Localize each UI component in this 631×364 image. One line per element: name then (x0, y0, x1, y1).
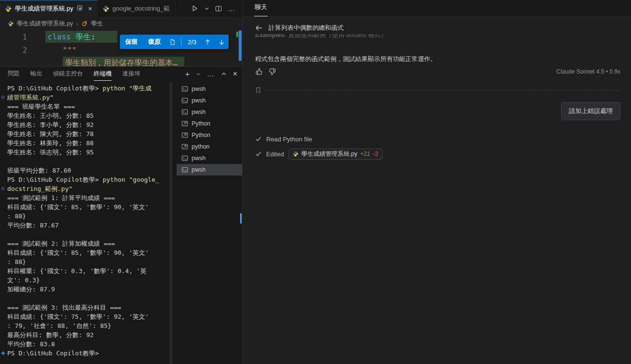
back-button[interactable] (255, 24, 263, 32)
new-terminal-button[interactable]: + (185, 70, 190, 78)
close-tab-icon[interactable]: × (88, 5, 92, 13)
terminal-session-label: pwsh (192, 109, 206, 115)
model-label: Claude Sonnet 4.5 • 0.9x (556, 68, 620, 75)
inline-diff-toolbar: 保留 復原 2/3 (120, 35, 229, 49)
pwsh-terminal-icon (181, 97, 188, 104)
chat-title-bar: 聊天 (243, 0, 631, 17)
tab-label: 學生成績管理系統.py (15, 4, 73, 13)
deletions-count: -2 (373, 151, 378, 157)
terminal-line: 加權總分: 87.9 (0, 285, 169, 294)
thumbs-down-icon[interactable] (269, 68, 276, 75)
previous-change-button[interactable] (201, 35, 215, 49)
python-file-icon (293, 151, 298, 157)
run-python-button[interactable] (191, 5, 198, 12)
command-decoration-icon[interactable] (1, 96, 4, 99)
edited-file-chip[interactable]: 學生成績管理系統.py +21 -2 (288, 149, 383, 160)
tab-label: google_docstring_範 (113, 4, 170, 13)
terminal-line: 最高分科目: 數學, 分數: 92 (0, 330, 169, 339)
tab-chat[interactable]: 聊天 (254, 3, 268, 16)
edited-file-name: 學生成績管理系統.py (301, 150, 358, 158)
terminal-session-pwsh[interactable]: pwsh (177, 83, 242, 95)
tab-problems[interactable]: 問題 (8, 67, 20, 81)
python-file-icon (103, 5, 109, 12)
terminal-line: 績管理系統.py" (0, 93, 169, 102)
breadcrumb-symbol[interactable]: 學生 (91, 20, 103, 28)
keep-change-button[interactable]: 保留 (120, 35, 143, 49)
split-editor-icon[interactable] (215, 5, 222, 12)
terminal-session-label: Python (192, 132, 210, 138)
step-label: Read Python file (266, 136, 312, 143)
editor-more-actions-icon[interactable]: … (228, 4, 235, 13)
diff-added-mark (236, 32, 238, 37)
step-read-file: Read Python file (255, 136, 620, 143)
terminal-session-pwsh[interactable]: pwsh (177, 106, 242, 118)
agent-steps: Read Python file Edited 學生成績管理系統.py +21 … (255, 136, 620, 160)
command-decoration-icon[interactable] (0, 351, 6, 356)
check-icon (255, 151, 262, 157)
fragment-bold: Examples: (255, 34, 286, 38)
breadcrumb[interactable]: 學生成績管理系統.py › 學生 (0, 17, 242, 30)
terminal-session-Python[interactable]: Python (177, 129, 242, 141)
terminal-session-label: pwsh (192, 86, 206, 92)
terminal-line (0, 230, 169, 239)
terminal-line: : 79, '社會': 88, '自然': 85} (0, 321, 169, 330)
change-counter: 2/3 (183, 38, 201, 46)
tab-student-grade-file[interactable]: 學生成績管理系統.py × (0, 0, 98, 17)
open-changes-icon[interactable] (77, 5, 83, 13)
pwsh-terminal-icon (181, 166, 188, 173)
breadcrumb-separator: › (77, 20, 78, 27)
suggestion-button[interactable]: 請加上錯誤處理 (561, 102, 620, 120)
terminal-list-scrollbar[interactable] (240, 213, 242, 224)
terminal-line: : 88} (0, 257, 169, 266)
terminal-line: 學生姓名: 張志明, 分數: 95 (0, 148, 169, 157)
tab-debug-console[interactable]: 偵錯主控台 (53, 67, 83, 81)
undo-change-button[interactable]: 復原 (143, 35, 166, 49)
editor-tab-bar: 學生成績管理系統.py × google_docstring_範 (0, 0, 242, 17)
keyword-class: class (48, 32, 71, 41)
terminal-line: 學生姓名: 王小明, 分數: 85 (0, 111, 169, 120)
terminal-session-Python[interactable]: Python (177, 118, 242, 129)
run-dropdown-icon[interactable] (204, 6, 209, 11)
python-file-icon (8, 21, 13, 26)
terminal-line (0, 294, 169, 303)
terminal-line: === 班級學生名單 === (0, 102, 169, 111)
thumbs-up-icon[interactable] (255, 68, 263, 75)
breadcrumb-file[interactable]: 學生成績管理系統.py (17, 20, 73, 28)
terminal-session-python[interactable]: python (177, 141, 242, 152)
class-symbol-icon (82, 21, 88, 26)
next-change-button[interactable] (215, 35, 229, 49)
scrollbar-thumb[interactable] (239, 30, 242, 61)
python-terminal-icon (181, 143, 188, 150)
terminal-session-pwsh[interactable]: pwsh (177, 164, 242, 176)
terminal-session-label: pwsh (192, 166, 206, 173)
check-icon (255, 136, 262, 142)
terminal-line: PS D:\GitHub Copilot教學> python "學生成 (0, 84, 169, 93)
command-decoration-icon[interactable] (1, 187, 4, 190)
step-edited-file: Edited 學生成績管理系統.py +21 -2 (255, 149, 620, 160)
terminal-session-pwsh[interactable]: pwsh (177, 152, 242, 164)
terminal-session-label: pwsh (192, 97, 206, 104)
view-file-icon[interactable] (166, 39, 179, 45)
maximize-panel-icon[interactable] (221, 71, 227, 77)
terminal-session-pwsh[interactable]: pwsh (177, 95, 242, 106)
tab-docstring-file[interactable]: google_docstring_範 (98, 0, 175, 17)
terminal-line: docstring_範例.py" (0, 184, 169, 193)
chat-header: 計算列表中偶數的總和函式 (243, 17, 631, 33)
tab-ports[interactable]: 連接埠 (122, 67, 141, 81)
terminal-profile-dropdown-icon[interactable] (196, 72, 201, 76)
step-label: Edited (266, 151, 284, 158)
terminal-scrollbar[interactable] (169, 82, 172, 364)
pwsh-terminal-icon (181, 109, 188, 115)
tab-output[interactable]: 輸出 (30, 67, 42, 81)
terminal-line: PS D:\GitHub Copilot教學> python "google_ (0, 175, 169, 184)
tab-terminal[interactable]: 終端機 (94, 67, 112, 81)
close-panel-icon[interactable]: × (233, 70, 237, 78)
checkpoint-divider (255, 87, 620, 93)
terminal-line: 學生姓名: 林美玲, 分數: 88 (0, 138, 169, 148)
terminal-output[interactable]: PS D:\GitHub Copilot教學> python "學生成績管理系統… (0, 81, 169, 364)
code-editor[interactable]: 1 class 學生: 2 """ 學生類別，用於儲存學生的基本… 保留 復原 … (0, 30, 242, 66)
bookmark-icon[interactable] (255, 87, 261, 93)
terminal-line: 平均分數: 87.67 (0, 221, 169, 230)
panel-more-actions-icon[interactable]: … (207, 70, 215, 78)
editor-overview-ruler[interactable] (235, 30, 242, 66)
